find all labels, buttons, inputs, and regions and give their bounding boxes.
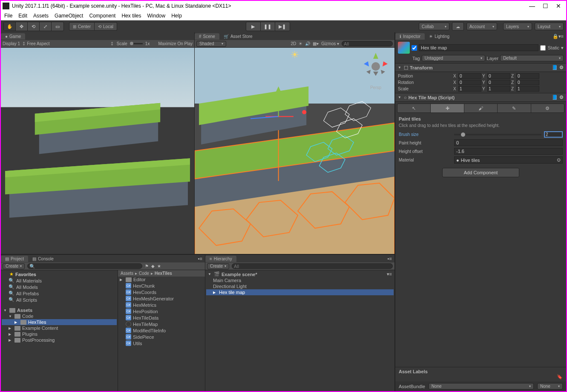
tab-console[interactable]: ▤ Console [28,256,58,262]
file-sidepiece[interactable]: SidePiece [133,334,154,340]
go-hex-tile-map[interactable]: Hex tile map [219,290,245,295]
account-dropdown[interactable]: Account [466,23,497,30]
close-button[interactable]: ✕ [556,3,561,9]
maximize-button[interactable]: ☐ [543,3,548,9]
play-button[interactable]: ▶ [246,22,261,31]
tab-asset-store[interactable]: 🛒 Asset Store [219,33,257,40]
hex-tool-erase[interactable]: ✎ [498,104,531,112]
rot-x[interactable] [458,80,481,85]
create-dropdown[interactable]: Create [3,263,25,269]
add-component-button[interactable]: Add Component [442,168,520,177]
paint-height-input[interactable] [454,139,563,146]
rot-z[interactable] [516,80,539,85]
tab-inspector[interactable]: ℹ Inspector [395,33,425,40]
scl-y[interactable] [487,86,510,92]
crumb-code[interactable]: Code [139,271,149,276]
shading-dropdown[interactable]: Shaded [196,41,226,47]
display-dropdown[interactable]: Display 1 [3,41,20,46]
panel-menu-icon[interactable]: ▪≡ [388,256,394,261]
hex-tool-brush[interactable]: 🖌 [464,104,498,112]
save-search-icon[interactable]: ★ [157,264,161,268]
file-modifiedtileinfo[interactable]: ModifiedTileInfo [133,328,166,333]
scl-z[interactable] [516,86,539,92]
file-hextilemap[interactable]: HexTileMap [133,322,158,327]
minimize-button[interactable]: — [529,3,535,9]
pause-button[interactable]: ❚❚ [261,22,275,31]
folder-example-content[interactable]: Example Content [22,326,58,331]
menu-component[interactable]: Component [89,13,115,19]
scene-menu-icon[interactable]: ▾≡ [387,271,392,277]
file-hexposition[interactable]: HexPosition [133,309,158,314]
audio-toggle-icon[interactable]: 🔊 [305,41,310,46]
rotate-tool[interactable]: ⟲ [28,22,40,31]
tab-project[interactable]: ▤ Project [1,256,28,262]
file-editor[interactable]: Editor [133,277,146,282]
lock-icon[interactable]: 🔒▾≡ [553,34,566,39]
layers-dropdown[interactable]: Layers [503,23,532,30]
file-hexchunk[interactable]: HexChunk [133,283,155,288]
folder-plugins[interactable]: Plugins [22,331,37,337]
hex-tool-paint[interactable]: ✚ [431,104,464,112]
tab-hierarchy[interactable]: ≡ Hierarchy [205,256,236,262]
label-tag-icon[interactable]: 🔖 [399,374,563,380]
static-checkbox[interactable] [540,45,546,51]
project-search[interactable] [27,263,142,269]
gear-icon[interactable] [559,65,564,70]
assets-root[interactable]: Assets [17,308,32,313]
layout-dropdown[interactable]: Layout [535,23,564,30]
folder-hextiles[interactable]: HexTiles [28,320,46,325]
gear-icon[interactable] [559,95,564,100]
scene-root[interactable]: Example scene* [222,272,257,277]
tab-game[interactable]: ● Game [1,33,25,40]
aspect-dropdown[interactable]: Free Aspect [27,41,49,46]
menu-help[interactable]: Help [171,13,182,19]
assetbundle-variant-dropdown[interactable]: None [537,383,563,389]
fav-all-models[interactable]: All Models [16,285,38,290]
light-toggle-icon[interactable]: ☀ [299,41,302,46]
menu-file[interactable]: File [4,13,12,19]
file-hextiledata[interactable]: HexTileData [133,315,158,320]
file-utils[interactable]: Utils [133,341,142,346]
file-hexmeshgen[interactable]: HexMeshGenerator [133,296,174,301]
scale-tool[interactable]: ⤢ [40,22,52,31]
hierarchy-create-dropdown[interactable]: Create [207,263,229,269]
pivot-center-toggle[interactable]: ⊞ Center [69,22,95,31]
hierarchy-tree[interactable]: ▼🎬 Example scene*▾≡ Main Camera Directio… [205,270,394,391]
height-offset-input[interactable] [454,148,563,155]
crumb-hextiles[interactable]: HexTiles [155,271,172,276]
folder-code[interactable]: Code [22,314,33,319]
menu-window[interactable]: Window [147,13,165,19]
pivot-local-toggle[interactable]: ⟲ Local [95,22,117,31]
step-button[interactable]: ▶❚ [275,22,290,31]
scale-slider[interactable] [130,43,143,44]
assetbundle-dropdown[interactable]: None [429,383,534,389]
tab-lighting[interactable]: ☀ Lighting [425,33,454,40]
brush-size-input[interactable] [544,131,563,138]
cloud-button[interactable]: ☁ [452,22,464,31]
rot-y[interactable] [487,80,510,85]
filter-icon[interactable]: ⚑ [145,264,149,268]
panel-menu-icon[interactable]: ▪≡ [198,256,205,261]
fav-all-scripts[interactable]: All Scripts [16,297,37,303]
scene-viewport[interactable]: Persp ☀ [195,48,394,254]
layer-dropdown[interactable]: Default [500,55,564,61]
help-icon[interactable]: 📘 [552,95,558,100]
go-directional-light[interactable]: Directional Light [213,284,247,289]
project-files[interactable]: Assets ▸ Code ▸ HexTiles ▶ Editor C# Hex… [118,270,205,391]
tag-dropdown[interactable]: Untagged [422,55,485,61]
go-name-field[interactable] [419,44,538,51]
hex-tool-select[interactable]: ↖ [397,104,431,112]
orientation-gizmo[interactable]: Persp [360,51,391,85]
material-field[interactable]: ● Hive tiles⊙ [454,156,563,164]
pos-x[interactable] [458,73,481,79]
collab-dropdown[interactable]: Collab [419,23,449,30]
fx-toggle-icon[interactable]: ▦▾ [313,41,319,46]
fav-all-prefabs[interactable]: All Prefabs [16,291,39,296]
transform-header[interactable]: ▼⬚ Transform 📘 [395,63,566,72]
hierarchy-search[interactable] [232,263,393,269]
tab-scene[interactable]: # Scene [195,33,219,40]
menu-assets[interactable]: Assets [33,13,49,19]
file-hexmetrics[interactable]: HexMetrics [133,303,156,308]
move-tool[interactable]: ✥ [16,22,28,31]
menu-hextiles[interactable]: Hex tiles [121,13,141,19]
